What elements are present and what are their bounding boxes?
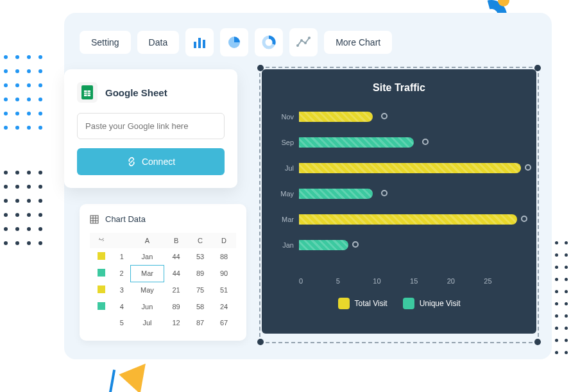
data-tab[interactable]: Data [137,31,180,54]
toolbar: Setting Data More Chart [80,28,536,56]
chart-bars: NovSepJulMayMarJan [277,105,521,272]
chart-container[interactable]: Site Traffic NovSepJulMayMarJan 05101520… [262,69,536,341]
decoration-dots-blue [0,51,46,136]
decoration-dots-dark [0,167,46,251]
data-table[interactable]: ABCD1Jan4453882Mar4489903May2175514Jun89… [90,233,236,330]
google-sheet-icon [77,82,98,103]
line-chart-icon[interactable] [289,28,318,56]
google-sheet-card: Google Sheet Connect [64,69,237,188]
x-axis: 0510152025 [299,277,521,285]
legend: Total Visit Unique Visit [277,298,521,309]
app-window: Setting Data More Chart Google Sheet Con… [64,13,552,359]
svg-rect-13 [90,216,98,223]
pie-chart-icon[interactable] [220,28,248,56]
bar-chart-icon[interactable] [185,28,214,56]
svg-rect-0 [194,42,196,48]
decoration-triangle [115,364,146,389]
svg-point-4 [296,44,299,47]
legend-total-visit: Total Visit [338,298,388,309]
svg-point-5 [300,39,303,42]
table-icon [90,215,99,224]
link-icon [126,157,137,167]
svg-point-7 [308,37,311,39]
chart-title: Site Traffic [277,82,521,94]
chart-data-card: Chart Data ABCD1Jan4453882Mar4489903May2… [80,204,246,341]
setting-tab[interactable]: Setting [80,31,131,54]
sheet-title: Google Sheet [105,87,167,98]
data-table-title: Chart Data [105,214,146,224]
svg-point-6 [304,42,307,44]
svg-rect-2 [203,40,205,48]
more-chart-button[interactable]: More Chart [324,31,392,54]
sheet-link-input[interactable] [77,113,225,139]
connect-button[interactable]: Connect [77,148,225,175]
legend-unique-visit: Unique Visit [403,298,461,309]
donut-chart-icon[interactable] [255,28,283,56]
svg-rect-1 [198,38,201,48]
